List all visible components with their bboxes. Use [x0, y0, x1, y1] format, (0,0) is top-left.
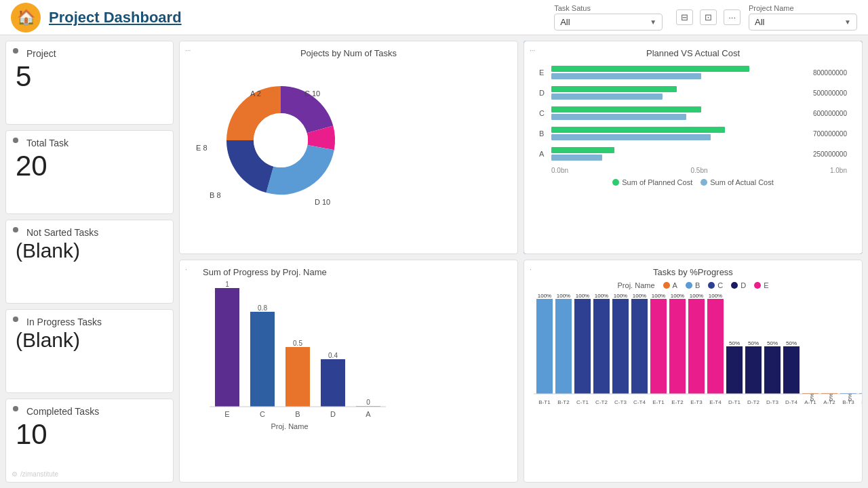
svg-text:50%: 50%	[767, 340, 778, 346]
svg-rect-17	[285, 347, 310, 407]
bar-row-b: B 700000000	[539, 126, 847, 141]
status-dot	[13, 406, 18, 411]
bar-row-c: C 600000000	[539, 106, 847, 121]
bar-label-e: E	[539, 68, 549, 77]
projects-by-tasks-svg: C 10 A 2 B 8 E 8 D 10	[189, 62, 372, 205]
svg-text:D-T3: D-T3	[766, 399, 778, 405]
svg-text:100%: 100%	[671, 293, 684, 299]
expand-icon[interactable]: ⊡	[700, 9, 717, 25]
svg-text:100%: 100%	[557, 293, 570, 299]
svg-text:50%: 50%	[786, 340, 797, 346]
svg-text:D: D	[330, 410, 336, 418]
kpi-column: Project 5 Total Task 20 Not Sarted Tasks…	[5, 41, 174, 483]
svg-text:B-T2: B-T2	[557, 399, 570, 405]
svg-text:E-T4: E-T4	[709, 399, 722, 405]
bar-value-a: 250000000	[793, 150, 847, 158]
planned-color-dot	[612, 179, 619, 186]
svg-rect-52	[745, 346, 762, 394]
svg-rect-36	[593, 299, 610, 394]
toolbar: ⊟ ⊡ ···	[676, 9, 741, 25]
svg-rect-15	[250, 312, 275, 407]
chart-menu-dots[interactable]: ·	[185, 266, 187, 273]
kpi-not-started-label: Not Sarted Tasks	[26, 227, 163, 238]
tasks-progress-legend: Proj. Name A B C D E	[534, 281, 852, 289]
legend-c-dot	[708, 282, 715, 289]
more-options-icon[interactable]: ···	[724, 9, 741, 25]
status-dot	[13, 317, 18, 322]
kpi-total-task-label: Total Task	[26, 138, 163, 148]
status-dot	[13, 138, 18, 143]
axis-labels: 0.0bn 0.5bn 1.0bn	[539, 167, 847, 174]
svg-text:50%: 50%	[748, 340, 759, 346]
tasks-by-progress-chart: · Tasks by %Progress Proj. Name A B C D	[524, 260, 863, 483]
svg-text:100%: 100%	[614, 293, 627, 299]
svg-text:A 2: A 2	[250, 89, 261, 98]
svg-text:E-T3: E-T3	[690, 399, 703, 405]
legend-planned: Sum of Planned Cost	[612, 178, 692, 186]
bar-label-c: C	[539, 109, 549, 117]
legend-actual: Sum of Actual Cost	[701, 178, 774, 186]
projects-by-tasks-title: Pojects by Num of Tasks	[189, 48, 508, 58]
task-status-filter-group: Task Satus All ▼	[554, 4, 663, 30]
bar-value-c: 600000000	[793, 110, 847, 117]
legend-a: A	[663, 281, 677, 289]
svg-text:B-T3: B-T3	[842, 399, 854, 405]
svg-text:A-T1: A-T1	[804, 399, 816, 405]
bar-row-d: D 500000000	[539, 85, 847, 100]
kpi-not-started: Not Sarted Tasks (Blank)	[5, 220, 174, 304]
svg-text:E-T1: E-T1	[652, 399, 665, 405]
svg-rect-13	[215, 288, 239, 407]
kpi-project-label: Project	[26, 48, 163, 59]
chart-menu-dots[interactable]: ···	[185, 47, 191, 54]
filter-icon[interactable]: ⊟	[676, 9, 693, 25]
task-status-select-wrapper[interactable]: All ▼	[554, 14, 663, 30]
kpi-total-task-value: 20	[16, 150, 163, 182]
svg-point-0	[254, 113, 308, 167]
kpi-in-progress-value: (Blank)	[16, 329, 163, 352]
svg-rect-30	[536, 299, 553, 394]
svg-text:B-T4: B-T4	[861, 399, 863, 405]
watermark: ⚙/zimanstitute	[12, 470, 58, 478]
project-name-select-wrapper[interactable]: All ▼	[749, 14, 857, 30]
bar-value-b: 700000000	[793, 130, 847, 138]
chart-menu-dots[interactable]: ·	[530, 266, 532, 273]
top-left: 🏠 Project Dashboard	[11, 3, 182, 33]
legend-d-dot	[731, 282, 738, 289]
svg-text:100%: 100%	[595, 293, 608, 299]
project-name-value: All	[755, 17, 764, 27]
legend-c: C	[708, 281, 723, 289]
svg-text:Proj. Name: Proj. Name	[271, 422, 308, 430]
kpi-project: Project 5	[5, 41, 174, 125]
chart-menu-dots[interactable]: ···	[530, 47, 535, 54]
svg-text:50%: 50%	[729, 340, 740, 346]
svg-text:100%: 100%	[538, 293, 551, 299]
kpi-in-progress: In Progress Tasks (Blank)	[5, 309, 174, 393]
svg-rect-34	[574, 299, 591, 394]
svg-text:0.4: 0.4	[328, 352, 338, 359]
task-status-label: Task Satus	[554, 4, 591, 12]
svg-text:100%: 100%	[576, 293, 589, 299]
main-content: Project 5 Total Task 20 Not Sarted Tasks…	[0, 35, 868, 488]
planned-vs-actual-legend: Sum of Planned Cost Sum of Actual Cost	[539, 178, 847, 186]
kpi-completed-label: Completed Tasks	[26, 406, 163, 417]
project-name-filter-group: Project Name All ▼	[749, 4, 857, 30]
bar-value-d: 500000000	[793, 89, 847, 97]
bar-label-b: B	[539, 129, 549, 138]
svg-text:C-T3: C-T3	[614, 399, 627, 405]
page-title: Project Dashboard	[49, 9, 182, 26]
kpi-not-started-value: (Blank)	[16, 239, 163, 262]
top-bar: 🏠 Project Dashboard Task Satus All ▼ ⊟ ⊡…	[0, 0, 868, 35]
status-dot	[13, 48, 18, 54]
bar-value-e: 800000000	[793, 69, 847, 77]
chevron-down-icon: ▼	[650, 18, 656, 26]
progress-by-proj-chart: · Sum of Progress by Proj. Name 1 0.8 0.…	[179, 260, 518, 483]
svg-text:100%: 100%	[652, 293, 665, 299]
svg-rect-32	[555, 299, 572, 394]
kpi-completed-value: 10	[16, 418, 163, 451]
legend-a-dot	[663, 282, 670, 289]
home-icon[interactable]: 🏠	[11, 3, 41, 33]
status-dot	[13, 227, 18, 232]
bar-label-a: A	[539, 150, 549, 158]
svg-text:C: C	[260, 410, 265, 418]
kpi-project-value: 5	[16, 60, 163, 93]
